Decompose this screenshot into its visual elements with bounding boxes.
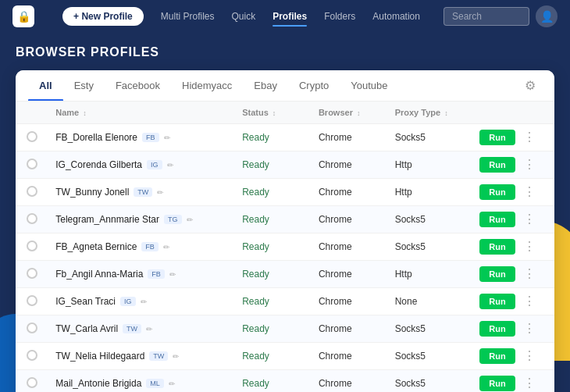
actions-group: Run ⋮ (479, 376, 547, 391)
row-select-cell (16, 261, 48, 288)
row-radio[interactable] (27, 131, 37, 142)
more-options-button[interactable]: ⋮ (518, 184, 540, 200)
nav-link-multi[interactable]: Multi Profiles (153, 8, 223, 25)
tab-youtube[interactable]: Youtube (340, 70, 398, 101)
col-proxy-type[interactable]: Proxy Type ↕ (387, 102, 472, 124)
profile-edit-icon[interactable]: ✏ (146, 325, 152, 333)
tab-facebook[interactable]: Facebook (105, 70, 171, 101)
nav-link-quick[interactable]: Quick (223, 8, 263, 25)
profile-edit-icon[interactable]: ✏ (141, 298, 147, 306)
row-proxy-cell: Socks5 (387, 343, 472, 370)
col-name[interactable]: Name ↕ (48, 102, 234, 124)
profile-name: Fb_Angil Anna-Maria FB ✏ (55, 269, 226, 280)
row-name-cell: FB_Dorella Elenore FB ✏ (48, 124, 234, 151)
run-button[interactable]: Run (479, 348, 515, 364)
actions-group: Run ⋮ (479, 157, 547, 173)
row-radio[interactable] (27, 213, 37, 224)
nav-link-folders[interactable]: Folders (316, 8, 363, 25)
more-options-button[interactable]: ⋮ (518, 212, 540, 227)
new-profile-button[interactable]: + New Profile (62, 7, 144, 26)
more-options-button[interactable]: ⋮ (518, 157, 540, 173)
tab-crypto[interactable]: Crypto (288, 70, 340, 101)
row-radio[interactable] (27, 268, 37, 279)
status-badge: Ready (242, 269, 269, 280)
row-actions-cell: Run ⋮ (472, 179, 554, 206)
profile-edit-icon[interactable]: ✏ (157, 188, 163, 197)
profile-name-text: FB_Dorella Elenore (55, 132, 137, 143)
more-options-button[interactable]: ⋮ (518, 239, 540, 255)
status-badge: Ready (242, 214, 269, 225)
row-radio[interactable] (27, 350, 37, 361)
profile-edit-icon[interactable]: ✏ (163, 243, 169, 251)
nav-links: Multi Profiles Quick Profiles Folders Au… (153, 8, 428, 25)
row-radio[interactable] (27, 377, 37, 388)
row-name-cell: TW_Carla Avril TW ✏ (48, 315, 234, 343)
profile-tag: FB (148, 269, 165, 279)
table-row: IG_Corenda Gilberta IG ✏ Ready Chrome Ht… (16, 151, 554, 179)
proxy-type-value: Socks5 (395, 132, 426, 143)
row-radio[interactable] (27, 159, 37, 169)
status-badge: Ready (242, 159, 269, 170)
run-button[interactable]: Run (479, 157, 515, 173)
filter-icon[interactable]: ⚙ (518, 72, 542, 99)
row-name-cell: IG_Corenda Gilberta IG ✏ (48, 151, 234, 179)
row-proxy-cell: Socks5 (387, 124, 472, 151)
actions-group: Run ⋮ (479, 212, 547, 227)
nav-link-profiles[interactable]: Profiles (265, 8, 315, 25)
row-proxy-cell: Socks5 (387, 233, 472, 261)
profile-edit-icon[interactable]: ✏ (169, 270, 176, 279)
profile-name: TW_Nelia Hildegaard TW ✏ (55, 351, 226, 362)
row-status-cell: Ready (234, 179, 311, 206)
user-avatar[interactable]: 👤 (536, 5, 558, 27)
more-options-button[interactable]: ⋮ (518, 348, 540, 364)
browser-value: Chrome (319, 378, 352, 389)
profile-edit-icon[interactable]: ✏ (187, 216, 193, 224)
tab-ebay[interactable]: Ebay (243, 70, 288, 101)
row-radio[interactable] (27, 323, 37, 333)
row-radio[interactable] (27, 186, 37, 197)
more-options-button[interactable]: ⋮ (518, 266, 540, 282)
profile-name: TW_Bunny Jonell TW ✏ (55, 187, 226, 198)
browser-value: Chrome (319, 296, 352, 307)
tab-all[interactable]: All (28, 70, 63, 101)
status-badge: Ready (242, 378, 269, 389)
profile-edit-icon[interactable]: ✏ (169, 380, 175, 388)
row-status-cell: Ready (234, 151, 311, 179)
more-options-button[interactable]: ⋮ (518, 130, 540, 145)
profile-edit-icon[interactable]: ✏ (167, 161, 173, 169)
proxy-type-value: Socks5 (395, 323, 426, 334)
nav-link-automation[interactable]: Automation (365, 8, 428, 25)
row-actions-cell: Run ⋮ (472, 343, 554, 370)
row-select-cell (16, 233, 48, 261)
run-button[interactable]: Run (479, 321, 515, 337)
proxy-type-value: Http (395, 159, 412, 170)
more-options-button[interactable]: ⋮ (518, 294, 540, 309)
tab-esty[interactable]: Esty (63, 70, 105, 101)
col-status[interactable]: Status ↕ (234, 102, 311, 124)
run-button[interactable]: Run (479, 294, 515, 309)
search-input[interactable] (444, 7, 529, 26)
run-button[interactable]: Run (479, 212, 515, 227)
more-options-button[interactable]: ⋮ (518, 376, 540, 391)
profile-name: Telegram_Annmarie Star TG ✏ (55, 214, 226, 225)
profile-edit-icon[interactable]: ✏ (164, 134, 170, 142)
run-button[interactable]: Run (479, 130, 515, 145)
row-proxy-cell: Socks5 (387, 315, 472, 343)
profile-tag: TG (164, 215, 182, 224)
run-button[interactable]: Run (479, 376, 515, 391)
run-button[interactable]: Run (479, 239, 515, 255)
row-radio[interactable] (27, 241, 37, 251)
browser-value: Chrome (319, 132, 352, 143)
row-status-cell: Ready (234, 124, 311, 151)
row-radio[interactable] (27, 295, 37, 306)
profile-name-text: TW_Bunny Jonell (55, 187, 129, 198)
row-select-cell (16, 288, 48, 315)
tab-hidemyacc[interactable]: Hidemyacc (171, 70, 243, 101)
run-button[interactable]: Run (479, 184, 515, 200)
proxy-type-value: Socks5 (395, 214, 426, 225)
more-options-button[interactable]: ⋮ (518, 321, 540, 337)
run-button[interactable]: Run (479, 266, 515, 282)
profiles-card: All Esty Facebook Hidemyacc Ebay Crypto … (16, 70, 554, 392)
profile-edit-icon[interactable]: ✏ (173, 352, 179, 361)
col-browser[interactable]: Browser ↕ (311, 102, 387, 124)
